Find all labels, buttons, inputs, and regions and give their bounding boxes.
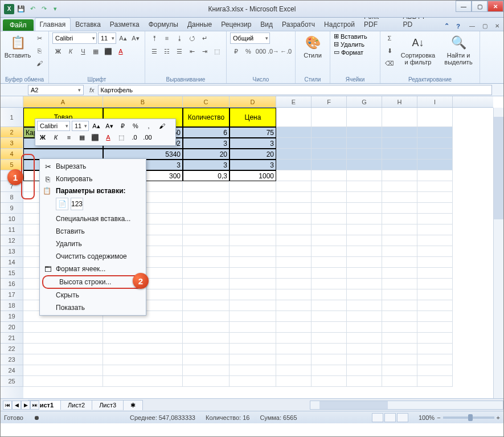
cell[interactable] (347, 257, 382, 268)
vertical-scrollbar[interactable] (493, 108, 503, 398)
delete-cells-icon[interactable]: ⊟ (334, 40, 339, 48)
cell[interactable] (382, 354, 417, 365)
cell[interactable] (183, 181, 230, 192)
grow-font-icon[interactable]: A▴ (117, 32, 129, 44)
cell[interactable] (417, 289, 453, 300)
row-header-11[interactable]: 11 (1, 224, 23, 235)
cell[interactable] (312, 279, 347, 289)
cell-D5[interactable]: 3 (230, 160, 276, 170)
cell[interactable] (382, 149, 417, 160)
cell[interactable] (276, 214, 312, 224)
cell[interactable] (417, 268, 453, 279)
cell[interactable] (230, 289, 276, 300)
cell[interactable] (276, 127, 312, 138)
cell[interactable] (312, 333, 347, 344)
cell[interactable] (382, 235, 417, 246)
mini-bold-icon[interactable]: Ж (37, 132, 48, 142)
cell[interactable] (382, 192, 417, 203)
cell[interactable] (312, 322, 347, 333)
cell[interactable] (276, 246, 312, 257)
find-select-button[interactable]: 🔍 Найти и выделить (441, 32, 476, 67)
cell[interactable] (417, 333, 453, 344)
font-size-combo[interactable]: 11 (98, 32, 116, 44)
ctx-copy[interactable]: ⎘Копировать (40, 173, 146, 185)
row-header-19[interactable]: 19 (1, 311, 23, 322)
cell[interactable] (276, 203, 312, 214)
ctx-row-height[interactable]: Высота строки... (42, 275, 144, 289)
ctx-insert[interactable]: Вставить (40, 225, 146, 238)
cell[interactable] (183, 246, 230, 257)
zoom-slider[interactable] (443, 416, 494, 419)
mini-font-combo[interactable]: Calibri (37, 121, 70, 131)
cell[interactable] (312, 268, 347, 279)
cell[interactable] (23, 322, 103, 333)
cell[interactable] (103, 376, 183, 387)
cell[interactable] (183, 322, 230, 333)
mini-incdec-icon[interactable]: .0 (129, 132, 140, 142)
cell[interactable] (183, 344, 230, 354)
italic-icon[interactable]: К (65, 46, 76, 57)
styles-button[interactable]: 🎨 Стили (299, 32, 326, 60)
cell[interactable] (382, 181, 417, 192)
cell[interactable] (276, 354, 312, 365)
format-cells-icon[interactable]: ▭ (334, 48, 339, 56)
cell[interactable] (230, 365, 276, 376)
hscroll-thumb[interactable] (319, 401, 388, 409)
cell[interactable] (183, 214, 230, 224)
mini-currency-icon[interactable]: ₽ (117, 121, 128, 131)
cell[interactable] (183, 311, 230, 322)
cell[interactable] (347, 376, 382, 387)
cell[interactable] (382, 289, 417, 300)
cell[interactable] (347, 224, 382, 235)
wrap-text-icon[interactable]: ↵ (199, 32, 210, 44)
cell[interactable] (312, 257, 347, 268)
row-header-5[interactable]: 5 (1, 160, 23, 170)
mini-shrink-font-icon[interactable]: A▾ (104, 121, 115, 131)
paste-option-values-icon[interactable]: 123 (71, 198, 83, 210)
cell[interactable] (230, 322, 276, 333)
cell[interactable] (382, 214, 417, 224)
cell[interactable] (382, 138, 417, 149)
ctx-paste-special[interactable]: Специальная вставка... (40, 213, 146, 225)
fill-color-icon[interactable]: ⬛ (103, 46, 114, 57)
cell[interactable] (347, 160, 382, 170)
cell[interactable] (23, 344, 103, 354)
cell[interactable] (276, 138, 312, 149)
copy-icon[interactable]: ⎘ (34, 45, 45, 56)
increase-indent-icon[interactable]: ⇥ (199, 46, 210, 57)
cell[interactable] (312, 311, 347, 322)
horizontal-scrollbar[interactable] (310, 401, 503, 410)
col-header-C[interactable]: C (183, 96, 230, 107)
cell[interactable] (312, 344, 347, 354)
row-header-23[interactable]: 23 (1, 354, 23, 365)
cell[interactable] (230, 192, 276, 203)
row-header-17[interactable]: 17 (1, 289, 23, 300)
cell[interactable] (312, 214, 347, 224)
cell[interactable] (347, 246, 382, 257)
cell[interactable] (230, 300, 276, 311)
col-header-A[interactable]: A (23, 96, 103, 107)
qat-undo-icon[interactable]: ↶ (28, 5, 37, 14)
qat-redo-icon[interactable]: ↷ (39, 5, 48, 14)
cell[interactable] (347, 333, 382, 344)
shrink-font-icon[interactable]: A▾ (130, 32, 141, 44)
cell[interactable] (417, 224, 453, 235)
cell[interactable] (417, 344, 453, 354)
cell[interactable] (347, 365, 382, 376)
cell[interactable] (276, 344, 312, 354)
macro-record-icon[interactable]: ⏺ (34, 414, 40, 421)
merge-icon[interactable]: ⬚ (211, 46, 223, 57)
mini-italic-icon[interactable]: К (50, 132, 62, 142)
ctx-delete[interactable]: Удалить (40, 238, 146, 250)
cell[interactable] (417, 181, 453, 192)
cell[interactable] (382, 322, 417, 333)
cell[interactable] (382, 170, 417, 181)
cell[interactable] (312, 160, 347, 170)
cell[interactable] (23, 365, 103, 376)
cell[interactable] (417, 203, 453, 214)
clear-icon[interactable]: ⌫ (384, 58, 395, 69)
sheet-nav-last-icon[interactable]: ⏭ (30, 401, 39, 410)
cell[interactable] (382, 257, 417, 268)
row-header-3[interactable]: 3 (1, 138, 23, 149)
cell[interactable] (417, 108, 453, 127)
